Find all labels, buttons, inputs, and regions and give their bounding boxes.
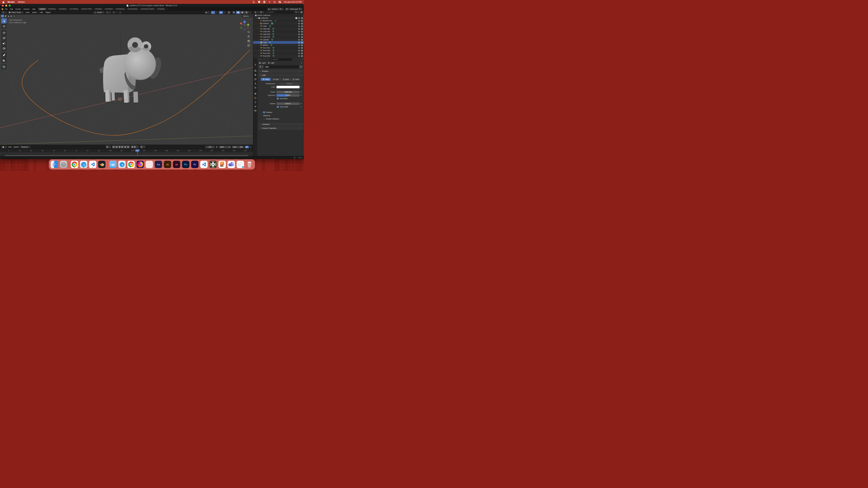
expand-icon[interactable]: › bbox=[258, 25, 260, 27]
tab-scripting[interactable]: Scripting bbox=[156, 8, 166, 10]
outliner-row-cube-002[interactable]: › Cube.002 bbox=[253, 30, 304, 33]
swirl-app-icon[interactable] bbox=[253, 1, 255, 3]
temperature-checkbox[interactable] bbox=[277, 83, 278, 85]
tab-modeling[interactable]: Modeling bbox=[47, 8, 57, 10]
show-gizmo-toggle[interactable] bbox=[211, 11, 215, 14]
current-frame-field[interactable]: 137 bbox=[206, 146, 215, 148]
dock-illustrator-icon[interactable]: Ai bbox=[164, 161, 171, 168]
viewlayer-selector[interactable]: ∨ ViewLayer × bbox=[285, 8, 303, 10]
outliner-search[interactable] bbox=[265, 11, 294, 13]
tab-object[interactable] bbox=[254, 96, 257, 99]
viewport-menu-add[interactable]: Add bbox=[39, 11, 44, 13]
light-type-area[interactable]: Area bbox=[291, 78, 301, 81]
hide-eye-icon[interactable] bbox=[298, 50, 300, 52]
disable-render-icon[interactable] bbox=[301, 31, 303, 33]
zoom-icon[interactable] bbox=[247, 31, 250, 33]
outliner-row-torus-004[interactable]: › Torus.004 bbox=[253, 55, 304, 57]
options-dropdown[interactable]: Options∨ bbox=[242, 15, 252, 18]
animate-dot[interactable] bbox=[301, 92, 302, 92]
timeline-menu-marker[interactable]: Marker bbox=[12, 146, 20, 148]
hide-eye-icon[interactable] bbox=[298, 20, 300, 22]
frame-step-dropdown[interactable]: ∨ bbox=[136, 145, 139, 148]
tab-texture-paint[interactable]: Texture Paint bbox=[80, 8, 93, 10]
disable-render-icon[interactable] bbox=[301, 36, 303, 38]
show-overlays-toggle[interactable] bbox=[219, 11, 223, 14]
start-frame-field[interactable]: Start1 bbox=[219, 146, 231, 148]
hide-eye-icon[interactable] bbox=[298, 28, 300, 30]
panel-grip[interactable]: ···· bbox=[299, 70, 302, 72]
navigation-gizmo[interactable]: Z bbox=[239, 20, 250, 31]
jump-to-end-button[interactable] bbox=[127, 145, 130, 148]
viewport-menu-select[interactable]: Select bbox=[31, 11, 38, 13]
tab-rendering[interactable]: Rendering bbox=[115, 8, 126, 10]
timeline-scrollbar[interactable] bbox=[0, 155, 253, 156]
perspective-toggle-icon[interactable] bbox=[247, 44, 250, 47]
expand-icon[interactable]: › bbox=[258, 28, 260, 30]
xray-toggle[interactable] bbox=[227, 11, 231, 14]
panel-light[interactable]: ∨ Light ···· bbox=[258, 73, 303, 77]
light-color-swatch[interactable] bbox=[277, 86, 300, 88]
disable-render-icon[interactable] bbox=[301, 33, 303, 35]
expand-icon[interactable]: › bbox=[258, 20, 260, 22]
dock-indesign-icon[interactable]: Id bbox=[173, 161, 180, 168]
hide-eye-icon[interactable] bbox=[298, 23, 300, 25]
tab-modifiers[interactable] bbox=[254, 101, 257, 104]
panel-grip[interactable]: ···· bbox=[299, 74, 302, 76]
power-field[interactable]: 1000.000 bbox=[277, 91, 300, 93]
outliner-row-torus-001[interactable]: › Torus.001 bbox=[253, 46, 304, 49]
gizmo-dropdown[interactable]: ∨ bbox=[215, 11, 218, 14]
expand-icon[interactable]: › bbox=[258, 42, 260, 43]
panel-animation[interactable]: › Animation ···· bbox=[258, 123, 303, 126]
jump-to-start-button[interactable] bbox=[112, 145, 115, 148]
keying-dropdown[interactable]: ∨ bbox=[143, 145, 145, 148]
timeline-ruler[interactable]: 0 12 24 36 48 60 72 84 96 108 120 132 14… bbox=[0, 149, 253, 152]
timeline-menu-view[interactable]: View bbox=[7, 146, 12, 148]
animate-dot[interactable] bbox=[301, 103, 302, 104]
tab-object-data-active[interactable] bbox=[254, 109, 257, 112]
animate-dot[interactable] bbox=[301, 84, 302, 84]
exposure-slider[interactable]: 0.000 bbox=[277, 94, 300, 97]
light-type-point[interactable]: Point bbox=[261, 78, 271, 81]
dock-safari-icon[interactable] bbox=[80, 161, 87, 168]
transform-orientation-dropdown[interactable]: Global∨ bbox=[93, 11, 104, 14]
disable-render-icon[interactable] bbox=[301, 55, 303, 57]
outliner-row-scene-collection[interactable]: Scene Collection bbox=[253, 14, 304, 17]
disable-render-icon[interactable] bbox=[301, 28, 303, 30]
animate-dot[interactable] bbox=[301, 95, 302, 96]
expand-icon[interactable]: › bbox=[258, 33, 260, 35]
dock-vscode-icon[interactable] bbox=[89, 161, 96, 168]
panel-preview[interactable]: › Preview ···· bbox=[258, 69, 303, 73]
hide-eye-icon[interactable] bbox=[298, 39, 300, 41]
disable-render-icon[interactable] bbox=[301, 52, 303, 55]
radius-field[interactable]: 9.04 m bbox=[277, 102, 300, 105]
outliner-row-cylinder[interactable]: › Cylinder bbox=[253, 38, 304, 41]
outliner-filter-view-dropdown[interactable]: ∨ bbox=[259, 11, 264, 13]
timeline-editor-type-button[interactable]: ∨ bbox=[1, 145, 7, 149]
dock-blender-icon[interactable] bbox=[98, 161, 105, 168]
remove-viewlayer-icon[interactable]: × bbox=[301, 8, 302, 10]
shading-wireframe-button[interactable] bbox=[232, 11, 236, 14]
tab-tool[interactable] bbox=[254, 63, 257, 66]
hide-eye-icon[interactable] bbox=[298, 17, 300, 19]
tab-uv-editing[interactable]: UV Editing bbox=[68, 8, 80, 10]
keying-set-button[interactable] bbox=[140, 145, 143, 148]
menubar-app-name[interactable]: Blender bbox=[7, 1, 15, 3]
properties-search[interactable] bbox=[269, 58, 292, 61]
hide-eye-icon[interactable] bbox=[298, 33, 300, 35]
hide-eye-icon[interactable] bbox=[298, 44, 300, 46]
apple-logo-icon[interactable] bbox=[2, 1, 4, 3]
playback-menu[interactable]: Playback∨ bbox=[20, 145, 31, 149]
outliner-row-torus-002[interactable]: › Torus.002 bbox=[253, 49, 304, 52]
outliner-row-collection[interactable]: ∨ Collection ✓ bbox=[253, 17, 304, 19]
disable-render-icon[interactable] bbox=[301, 20, 303, 22]
dock-chrome-2-icon[interactable] bbox=[127, 161, 135, 168]
shadow-checkbox[interactable]: ✓ bbox=[263, 111, 265, 113]
tab-render[interactable] bbox=[254, 69, 257, 72]
dock-trash-icon[interactable] bbox=[246, 161, 253, 168]
play-button[interactable] bbox=[121, 145, 124, 148]
soft-falloff-checkbox[interactable]: ✓ bbox=[277, 106, 279, 108]
breadcrumb-data[interactable]: Light bbox=[271, 62, 275, 64]
dock-chrome-icon[interactable] bbox=[71, 161, 78, 168]
hide-eye-icon[interactable] bbox=[298, 52, 300, 55]
hide-eye-icon[interactable] bbox=[298, 41, 300, 43]
